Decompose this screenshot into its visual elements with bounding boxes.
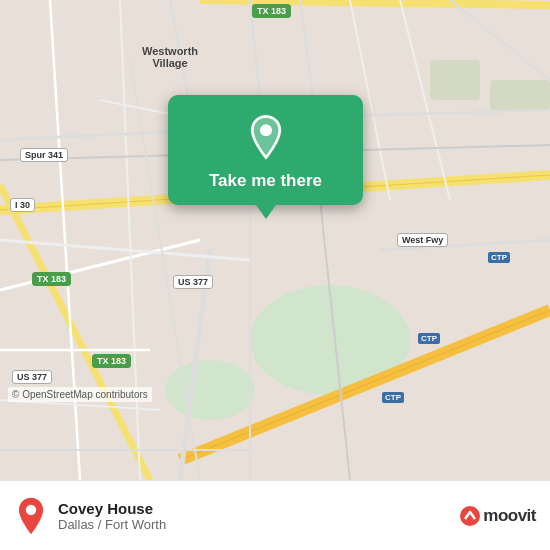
- road-badge-spur341: Spur 341: [20, 148, 68, 162]
- svg-rect-4: [490, 80, 550, 110]
- bottom-text-block: Covey House Dallas / Fort Worth: [58, 500, 459, 532]
- take-me-there-card[interactable]: Take me there: [168, 95, 363, 205]
- svg-rect-3: [430, 60, 480, 100]
- location-dot-icon: [14, 497, 48, 535]
- road-badge-us377-bottom: US 377: [12, 370, 52, 384]
- svg-point-33: [260, 124, 272, 136]
- ctp-badge-1: CTP: [488, 252, 510, 263]
- road-badge-tx183-bottom: TX 183: [92, 354, 131, 368]
- road-badge-tx183-left: TX 183: [32, 272, 71, 286]
- road-badge-i30: I 30: [10, 198, 35, 212]
- svg-point-2: [165, 360, 255, 420]
- svg-point-34: [26, 504, 36, 514]
- bottom-bar: Covey House Dallas / Fort Worth moovit: [0, 480, 550, 550]
- moovit-logo: moovit: [459, 505, 536, 527]
- moovit-text: moovit: [483, 506, 536, 526]
- take-me-there-label: Take me there: [209, 171, 322, 191]
- road-badge-west-fwy: West Fwy: [397, 233, 448, 247]
- westworth-village-label: WestworthVillage: [142, 45, 198, 69]
- map-container: TX 183 Spur 341 I 30 TX 183 US 377 TX 18…: [0, 0, 550, 480]
- location-subtitle: Dallas / Fort Worth: [58, 517, 459, 532]
- ctp-badge-2: CTP: [418, 333, 440, 344]
- moovit-logo-icon: [459, 505, 481, 527]
- copyright-text: © OpenStreetMap contributors: [8, 387, 152, 402]
- ctp-badge-3: CTP: [382, 392, 404, 403]
- location-title: Covey House: [58, 500, 459, 517]
- svg-point-35: [460, 506, 480, 526]
- location-pin-icon: [242, 113, 290, 161]
- road-badge-us377: US 377: [173, 275, 213, 289]
- road-badge-tx183-top: TX 183: [252, 4, 291, 18]
